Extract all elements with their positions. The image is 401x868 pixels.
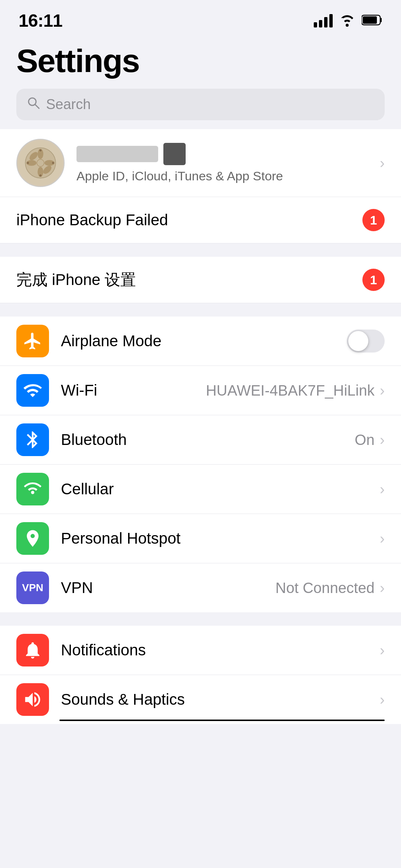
sounds-chevron: › [380,691,385,708]
setup-badge: 1 [362,269,385,291]
cellular-chevron: › [380,481,385,498]
svg-point-16 [27,162,29,164]
notifications-row[interactable]: Notifications › [0,626,401,675]
gap-2 [0,303,401,317]
wifi-icon [339,13,355,28]
wifi-chevron: › [380,382,385,399]
setup-section: 完成 iPhone 设置 1 [0,257,401,303]
signal-icon [314,14,333,27]
backup-badge: 1 [362,209,385,231]
notifications-chevron: › [380,642,385,659]
profile-section: Apple ID, iCloud, iTunes & App Store › i… [0,129,401,243]
status-bar: 16:11 [0,0,401,35]
wifi-row[interactable]: Wi-Fi HUAWEI-4BAK7F_HiLink › [0,366,401,415]
backup-alert-text: iPhone Backup Failed [16,211,168,229]
gap-3 [0,612,401,626]
bluetooth-row[interactable]: Bluetooth On › [0,415,401,465]
cellular-row[interactable]: Cellular › [0,465,401,514]
profile-chevron: › [380,155,385,171]
bluetooth-chevron: › [380,432,385,448]
bluetooth-icon [16,423,49,456]
airplane-icon [16,325,49,357]
notifications-icon [16,634,49,666]
profile-row[interactable]: Apple ID, iCloud, iTunes & App Store › [0,129,401,197]
profile-info: Apple ID, iCloud, iTunes & App Store [76,143,372,183]
avatar [16,139,65,187]
hotspot-icon [16,522,49,555]
sounds-icon [16,683,49,716]
setup-alert-text: 完成 iPhone 设置 [16,269,136,290]
search-icon [27,96,40,113]
search-placeholder: Search [46,96,91,112]
hotspot-row[interactable]: Personal Hotspot › [0,514,401,563]
wifi-value: HUAWEI-4BAK7F_HiLink [206,382,374,399]
airplane-mode-row[interactable]: Airplane Mode [0,317,401,366]
svg-point-17 [52,162,54,164]
battery-icon [362,14,382,27]
wifi-settings-icon [16,374,49,407]
network-section: Airplane Mode Wi-Fi HUAWEI-4BAK7F_HiLink… [0,317,401,612]
sounds-row[interactable]: Sounds & Haptics › [0,675,401,724]
svg-rect-1 [380,18,382,22]
vpn-label: VPN [61,579,276,597]
backup-alert-row[interactable]: iPhone Backup Failed 1 [0,197,401,243]
cellular-icon [16,473,49,505]
vpn-row[interactable]: VPN VPN Not Connected › [0,563,401,612]
svg-point-13 [37,159,44,166]
status-time: 16:11 [19,10,62,31]
vpn-value: Not Connected [276,580,375,596]
svg-point-15 [39,174,42,177]
cellular-label: Cellular [61,480,380,498]
bluetooth-label: Bluetooth [61,431,355,449]
notifications-section: Notifications › Sounds & Haptics › [0,626,401,724]
status-icons [314,13,382,28]
search-bar[interactable]: Search [16,89,385,120]
hotspot-label: Personal Hotspot [61,530,380,547]
airplane-mode-toggle[interactable] [347,330,385,353]
airplane-mode-label: Airplane Mode [61,332,347,350]
gap-1 [0,243,401,257]
vpn-icon: VPN [16,571,49,604]
svg-line-4 [35,105,39,108]
sounds-label: Sounds & Haptics [61,691,380,708]
hotspot-chevron: › [380,530,385,547]
vpn-chevron: › [380,580,385,596]
svg-rect-2 [363,16,377,24]
notifications-label: Notifications [61,641,380,659]
header: Settings Search [0,35,401,129]
wifi-label: Wi-Fi [61,381,206,399]
profile-subtitle: Apple ID, iCloud, iTunes & App Store [76,169,372,183]
page-title: Settings [16,42,385,80]
setup-alert-row[interactable]: 完成 iPhone 设置 1 [0,257,401,303]
bluetooth-value: On [355,432,374,448]
toggle-thumb [348,331,368,351]
svg-point-14 [39,149,42,151]
